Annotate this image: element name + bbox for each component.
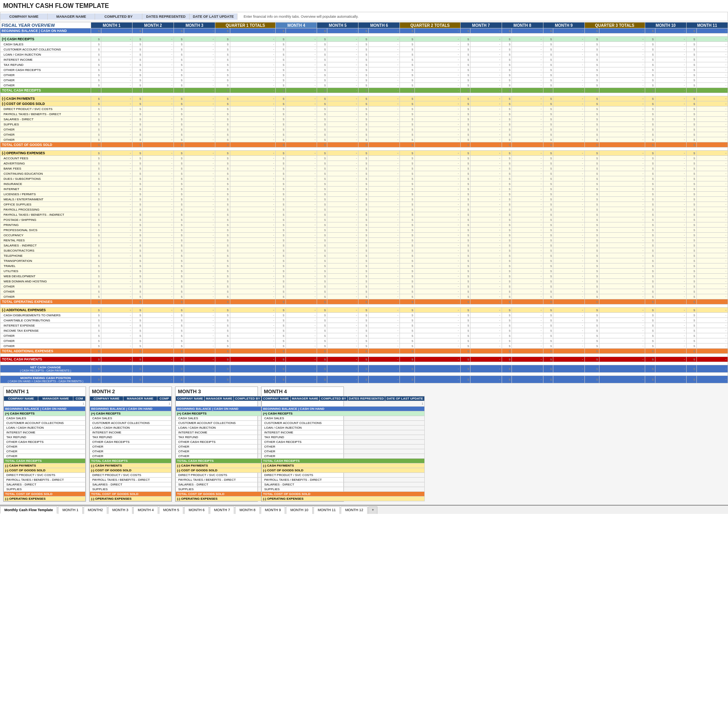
cell-value[interactable]: -: [553, 222, 584, 228]
cell-value[interactable]: -: [184, 202, 215, 207]
cell-value[interactable]: -: [599, 127, 645, 132]
cell-value[interactable]: -: [286, 217, 317, 222]
cell-value[interactable]: -: [142, 166, 174, 171]
cell-value[interactable]: -: [327, 73, 358, 78]
cell-value[interactable]: -: [184, 47, 215, 52]
cell-value[interactable]: -: [655, 243, 686, 248]
cell-value[interactable]: -: [415, 47, 461, 52]
cell-value[interactable]: -: [286, 88, 317, 93]
cell-value[interactable]: -: [415, 28, 461, 34]
cell-value[interactable]: -: [512, 294, 543, 299]
cell-value[interactable]: -: [184, 365, 215, 373]
cell-value[interactable]: -: [655, 142, 686, 148]
cell-value[interactable]: -: [142, 47, 174, 52]
cell-value[interactable]: -: [369, 78, 400, 83]
cell-value[interactable]: -: [101, 217, 132, 222]
cell-value[interactable]: -: [230, 192, 276, 197]
cell-value[interactable]: -: [230, 176, 276, 181]
cell-value[interactable]: -: [415, 83, 461, 88]
tab-month-6[interactable]: MONTH 6: [184, 506, 209, 514]
cell-value[interactable]: -: [286, 78, 317, 83]
cell-value[interactable]: -: [286, 181, 317, 187]
cell-value[interactable]: -: [599, 96, 645, 101]
cell-value[interactable]: -: [184, 166, 215, 171]
cell-value[interactable]: -: [327, 28, 358, 34]
cell-value[interactable]: -: [696, 28, 728, 34]
cell-value[interactable]: -: [184, 274, 215, 279]
cell-value[interactable]: -: [286, 67, 317, 73]
cell-value[interactable]: -: [512, 37, 543, 42]
cell-value[interactable]: -: [142, 299, 174, 304]
cell-value[interactable]: -: [415, 101, 461, 106]
cell-value[interactable]: -: [327, 333, 358, 338]
cell-value[interactable]: -: [553, 127, 584, 132]
cell-value[interactable]: -: [142, 52, 174, 57]
cell-value[interactable]: -: [230, 57, 276, 62]
cell-value[interactable]: -: [655, 42, 686, 47]
cell-value[interactable]: -: [655, 57, 686, 62]
cell-value[interactable]: -: [599, 73, 645, 78]
cell-value[interactable]: -: [369, 161, 400, 166]
cell-value[interactable]: -: [599, 333, 645, 338]
cell-value[interactable]: -: [327, 344, 358, 349]
cell-value[interactable]: -: [599, 243, 645, 248]
cell-value[interactable]: -: [286, 156, 317, 161]
cell-value[interactable]: -: [470, 142, 502, 148]
cell-value[interactable]: -: [369, 88, 400, 93]
cell-value[interactable]: -: [655, 313, 686, 318]
cell-value[interactable]: -: [184, 122, 215, 127]
cell-value[interactable]: -: [512, 308, 543, 313]
tab-monthly-cash-flow-template[interactable]: Monthly Cash Flow Template: [0, 506, 57, 514]
cell-value[interactable]: -: [230, 132, 276, 137]
cell-value[interactable]: -: [655, 376, 686, 383]
cell-value[interactable]: -: [286, 142, 317, 148]
cell-value[interactable]: -: [599, 132, 645, 137]
cell-value[interactable]: -: [101, 233, 132, 238]
cell-value[interactable]: -: [553, 88, 584, 93]
cell-value[interactable]: -: [142, 137, 174, 142]
cell-value[interactable]: -: [101, 127, 132, 132]
cell-value[interactable]: -: [369, 263, 400, 269]
cell-value[interactable]: -: [101, 274, 132, 279]
cell-value[interactable]: -: [553, 57, 584, 62]
cell-value[interactable]: -: [184, 171, 215, 176]
cell-value[interactable]: -: [142, 197, 174, 202]
tab-month-12[interactable]: MONTH 12: [341, 506, 368, 514]
cell-value[interactable]: -: [599, 328, 645, 333]
cell-value[interactable]: -: [470, 156, 502, 161]
cell-value[interactable]: -: [286, 253, 317, 258]
cell-value[interactable]: -: [415, 212, 461, 217]
cell-value[interactable]: -: [553, 308, 584, 313]
cell-value[interactable]: -: [415, 78, 461, 83]
cell-value[interactable]: -: [553, 192, 584, 197]
cell-value[interactable]: -: [470, 101, 502, 106]
cell-value[interactable]: -: [655, 52, 686, 57]
cell-value[interactable]: -: [184, 263, 215, 269]
cell-value[interactable]: -: [101, 376, 132, 383]
cell-value[interactable]: -: [696, 176, 728, 181]
cell-value[interactable]: -: [553, 207, 584, 212]
cell-value[interactable]: -: [415, 171, 461, 176]
cell-value[interactable]: -: [230, 344, 276, 349]
cell-value[interactable]: -: [696, 248, 728, 253]
cell-value[interactable]: -: [553, 349, 584, 354]
cell-value[interactable]: -: [230, 151, 276, 156]
cell-value[interactable]: -: [230, 73, 276, 78]
cell-value[interactable]: -: [184, 313, 215, 318]
cell-value[interactable]: -: [599, 357, 645, 362]
cell-value[interactable]: -: [470, 57, 502, 62]
cell-value[interactable]: -: [696, 83, 728, 88]
cell-value[interactable]: -: [599, 263, 645, 269]
cell-value[interactable]: -: [470, 222, 502, 228]
cell-value[interactable]: -: [184, 161, 215, 166]
cell-value[interactable]: -: [470, 253, 502, 258]
cell-value[interactable]: -: [142, 294, 174, 299]
cell-value[interactable]: -: [327, 284, 358, 289]
cell-value[interactable]: -: [286, 202, 317, 207]
cell-value[interactable]: -: [512, 151, 543, 156]
cell-value[interactable]: -: [696, 243, 728, 248]
cell-value[interactable]: -: [230, 28, 276, 34]
cell-value[interactable]: -: [369, 57, 400, 62]
cell-value[interactable]: -: [512, 52, 543, 57]
cell-value[interactable]: -: [470, 284, 502, 289]
